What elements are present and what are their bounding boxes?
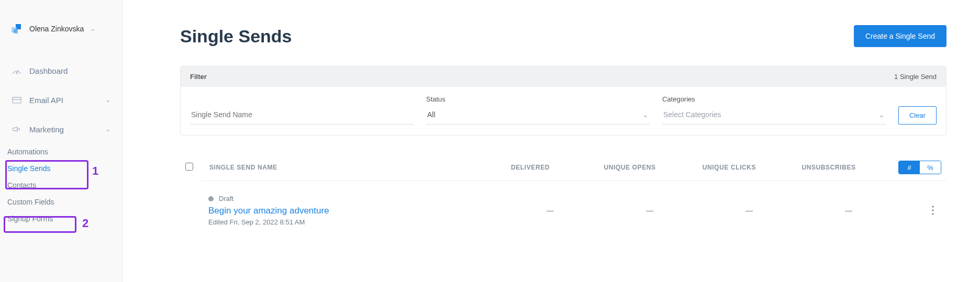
table-body: Draft Begin your amazing adventure Edite… xyxy=(201,181,946,240)
page-header: Single Sends Create a Single Send xyxy=(180,25,946,47)
chevron-down-icon: ⌄ xyxy=(90,25,95,32)
annotation-label-1: 1 xyxy=(92,164,98,178)
row-unsubs: — xyxy=(799,206,898,215)
sidebar-item-contacts[interactable]: Contacts xyxy=(0,177,122,194)
main-content: Single Sends Create a Single Send Filter… xyxy=(122,0,980,282)
svg-point-5 xyxy=(932,209,933,211)
select-all-checkbox[interactable] xyxy=(185,163,193,171)
create-single-send-button[interactable]: Create a Single Send xyxy=(854,25,946,47)
marketing-submenu: Automations Single Sends Contacts Custom… xyxy=(0,140,122,227)
table-row: Draft Begin your amazing adventure Edite… xyxy=(201,181,946,240)
sidebar-item-dashboard[interactable]: Dashboard xyxy=(0,60,122,82)
toggle-percent-button[interactable]: % xyxy=(920,161,941,174)
col-delivered: DELIVERED xyxy=(481,164,580,171)
row-delivered: — xyxy=(500,206,600,215)
filter-panel: Filter 1 Single Send Status All ⌄ Catego… xyxy=(180,66,946,136)
status-select[interactable]: All ⌄ xyxy=(426,106,650,125)
filter-heading: Filter xyxy=(190,73,207,81)
chevron-down-icon: ⌄ xyxy=(105,96,110,104)
row-clicks: — xyxy=(699,206,799,215)
filter-count: 1 Single Send xyxy=(894,73,937,81)
page-title: Single Sends xyxy=(180,26,292,47)
sidebar-item-custom-fields[interactable]: Custom Fields xyxy=(0,194,122,210)
sidebar-item-automations[interactable]: Automations xyxy=(0,143,122,160)
single-send-name-input[interactable] xyxy=(190,106,414,125)
status-label: Status xyxy=(426,95,650,103)
row-send-name[interactable]: Begin your amazing adventure xyxy=(208,206,500,216)
account-switcher[interactable]: Olena Zinkovska ⌄ xyxy=(0,21,122,50)
col-name: SINGLE SEND NAME xyxy=(209,164,481,171)
card-icon xyxy=(12,95,22,105)
sidebar-item-marketing[interactable]: Marketing ⌄ xyxy=(0,118,122,140)
row-opens: — xyxy=(600,206,699,215)
row-actions-menu[interactable] xyxy=(898,206,939,215)
row-edited: Edited Fri, Sep 2, 2022 8:51 AM xyxy=(208,218,500,226)
kebab-icon xyxy=(932,206,934,215)
svg-point-6 xyxy=(932,213,933,215)
chevron-down-icon: ⌄ xyxy=(878,110,885,119)
chevron-down-icon: ⌄ xyxy=(642,110,649,119)
clear-filters-button[interactable]: Clear xyxy=(898,106,937,125)
account-name: Olena Zinkovska xyxy=(29,25,84,33)
categories-label: Categories xyxy=(662,95,886,103)
sidebar-item-email-api[interactable]: Email API ⌄ xyxy=(0,89,122,111)
table-header: SINGLE SEND NAME DELIVERED UNIQUE OPENS … xyxy=(180,161,946,181)
annotation-label-2: 2 xyxy=(82,217,88,230)
toggle-count-button[interactable]: # xyxy=(899,161,920,174)
dashboard-label: Dashboard xyxy=(29,66,68,75)
categories-placeholder: Select Categories xyxy=(663,110,721,119)
marketing-label: Marketing xyxy=(29,125,64,134)
unit-toggle: # % xyxy=(898,161,941,174)
sidebar-item-signup-forms[interactable]: Signup Forms xyxy=(0,210,122,227)
svg-point-4 xyxy=(932,206,933,207)
sidebar-item-single-sends[interactable]: Single Sends xyxy=(0,160,122,177)
svg-rect-2 xyxy=(13,97,21,103)
categories-select[interactable]: Select Categories ⌄ xyxy=(662,106,886,125)
status-value: All xyxy=(427,110,436,119)
brand-logo-icon xyxy=(12,23,23,35)
sidebar: Olena Zinkovska ⌄ Dashboard Email API ⌄ xyxy=(0,0,122,282)
megaphone-icon xyxy=(12,125,22,134)
col-unsubs: UNSUBSCRIBES xyxy=(779,164,878,171)
email-api-label: Email API xyxy=(29,96,63,105)
chevron-down-icon: ⌄ xyxy=(105,126,110,133)
status-dot-icon xyxy=(208,196,214,201)
svg-point-1 xyxy=(16,73,17,74)
gauge-icon xyxy=(12,66,22,75)
col-clicks: UNIQUE CLICKS xyxy=(680,164,779,171)
row-status: Draft xyxy=(219,195,233,202)
col-opens: UNIQUE OPENS xyxy=(580,164,680,171)
